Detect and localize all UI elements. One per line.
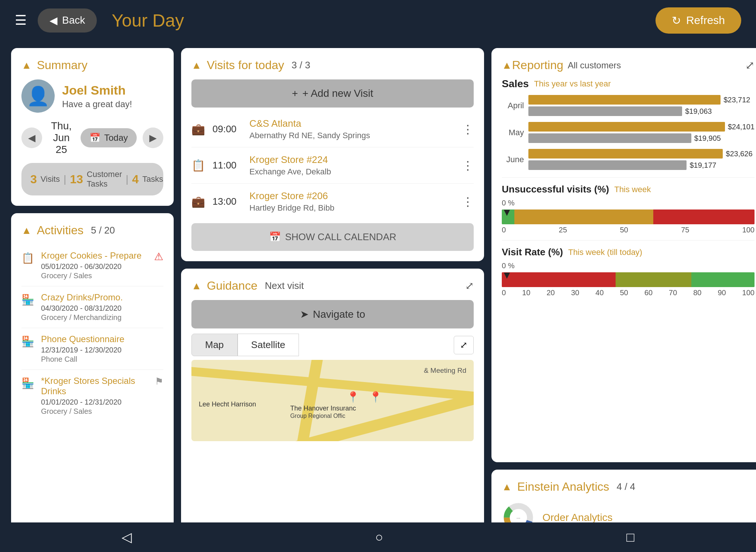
home-nav-icon[interactable]: ○	[375, 529, 383, 545]
metric-label: Visit Rate (%)	[502, 246, 563, 258]
activity-details: *Kroger Stores Specials Drinks 01/01/202…	[41, 376, 148, 416]
metric-period: This week (till today)	[568, 248, 643, 257]
next-date-button[interactable]: ▶	[143, 127, 163, 148]
bar-row-june: June $23,626 $19,177	[502, 149, 755, 170]
analytics-name[interactable]: Order Analytics	[542, 512, 613, 524]
metric-period: This week	[614, 185, 651, 194]
tasks-count: 4	[132, 173, 139, 186]
visit-info: Kroger Store #224 Exchange Ave, Dekalb	[249, 154, 454, 177]
activity-category: Grocery / Sales	[41, 272, 142, 280]
gauge-pct: 0 %	[502, 199, 755, 207]
summary-card: ▲ Summary 👤 Joel Smith Have a great day!…	[11, 48, 174, 206]
bar-value: $19,063	[685, 107, 712, 116]
previous-bar	[528, 133, 691, 143]
sales-label: Sales	[502, 78, 529, 90]
back-button[interactable]: ◀ Back	[38, 8, 97, 33]
gauge-pointer: ▼	[502, 269, 512, 281]
visit-menu-icon[interactable]: ⋮	[462, 122, 474, 136]
guidance-subtitle: Next visit	[265, 280, 304, 292]
activities-title: Activities	[37, 224, 84, 237]
activity-date: 01/01/2020 - 12/31/2020	[41, 398, 148, 406]
visit-rate-section: Visit Rate (%) This week (till today) 0 …	[502, 246, 755, 297]
olive-segment	[616, 272, 691, 287]
activities-card: ▲ Activities 5 / 20 📋 Kroger Cookies - P…	[11, 213, 174, 545]
prev-date-button[interactable]: ◀	[21, 127, 42, 148]
bar-row-may: May $24,101 $19,905	[502, 122, 755, 143]
activity-date: 05/01/2020 - 06/30/2020	[41, 262, 142, 271]
visit-type-icon: 💼	[191, 195, 205, 208]
navigate-button[interactable]: ➤ Navigate to	[191, 300, 474, 328]
guidance-expand-button[interactable]: ⤢	[465, 280, 474, 292]
gold-segment	[514, 209, 653, 224]
user-row: 👤 Joel Smith Have a great day!	[21, 79, 163, 113]
activities-count: 5 / 20	[91, 225, 115, 236]
gauge-bar-row: ▼	[502, 272, 755, 287]
activity-category: Grocery / Merchandizing	[41, 313, 123, 322]
list-item[interactable]: 🏪 Crazy Drinks/Promo. 04/30/2020 - 08/31…	[21, 286, 163, 328]
recents-nav-icon[interactable]: □	[626, 529, 634, 545]
map-label-3: The Hanover Insuranc	[290, 405, 356, 412]
list-item[interactable]: 📋 11:00 Kroger Store #224 Exchange Ave, …	[191, 147, 474, 184]
visit-type-icon: 💼	[191, 123, 205, 136]
current-bar	[528, 122, 725, 132]
visit-info: Kroger Store #206 Hartley Bridge Rd, Bib…	[249, 190, 454, 213]
top-bar: ☰ ◀ Back Your Day ↻ Refresh	[0, 0, 756, 41]
list-item[interactable]: 🏪 *Kroger Stores Specials Drinks 01/01/2…	[21, 370, 163, 422]
bar-group: $23,626 $19,177	[528, 149, 755, 170]
show-calendar-button[interactable]: 📅 SHOW CALL CALENDAR	[191, 223, 474, 251]
map-tab-button[interactable]: Map	[191, 334, 238, 356]
red-segment	[653, 209, 755, 224]
activity-type-icon: 🏪	[21, 377, 34, 389]
menu-icon[interactable]: ☰	[15, 13, 27, 28]
reporting-title: Reporting	[512, 58, 563, 72]
activity-name: *Kroger Stores Specials Drinks	[41, 376, 148, 396]
reporting-subtitle: All customers	[568, 60, 621, 71]
visits-collapse-icon[interactable]: ▲	[191, 59, 202, 71]
visits-stat: 3 Visits	[30, 173, 60, 186]
metric-header: Unsuccessful visits (%) This week	[502, 184, 755, 195]
visits-header: ▲ Visits for today 3 / 3	[191, 58, 474, 72]
fullscreen-map-button[interactable]: ⤢	[454, 336, 474, 354]
bottom-nav: ◁ ○ □	[0, 522, 756, 552]
reporting-expand-button[interactable]: ⤢	[745, 59, 755, 72]
metric-header: Visit Rate (%) This week (till today)	[502, 246, 755, 258]
activities-collapse-icon[interactable]: ▲	[21, 225, 32, 236]
collapse-icon[interactable]: ▲	[21, 59, 32, 71]
map-label-1: & Meeting Rd	[424, 367, 466, 375]
refresh-button[interactable]: ↻ Refresh	[655, 7, 741, 34]
reporting-card: ▲ Reporting All customers ⤢ Sales This y…	[491, 48, 756, 462]
bar-label: May	[502, 128, 524, 137]
gauge-axis: 0 25 50 75 100	[502, 226, 755, 234]
einstein-header: ▲ Einstein Analytics 4 / 4	[502, 480, 755, 494]
stat-divider-2: |	[126, 173, 128, 185]
activity-type-icon: 🏪	[21, 294, 34, 306]
previous-bar	[528, 106, 682, 116]
list-item[interactable]: 📋 Kroger Cookies - Prepare 05/01/2020 - …	[21, 245, 163, 286]
activity-details: Phone Questionnaire 12/31/2019 - 12/30/2…	[41, 334, 125, 364]
reporting-collapse-icon[interactable]: ▲	[502, 59, 512, 71]
einstein-collapse-icon[interactable]: ▲	[502, 481, 512, 493]
guidance-collapse-icon[interactable]: ▲	[191, 280, 202, 292]
add-visit-button[interactable]: + + Add new Visit	[191, 79, 474, 108]
back-nav-icon[interactable]: ◁	[122, 529, 132, 545]
visit-name: Kroger Store #206	[249, 190, 454, 202]
list-item[interactable]: 💼 13:00 Kroger Store #206 Hartley Bridge…	[191, 184, 474, 219]
visit-menu-icon[interactable]: ⋮	[462, 195, 474, 209]
visit-menu-icon[interactable]: ⋮	[462, 159, 474, 173]
bar-value: $19,905	[694, 134, 721, 143]
guidance-header: ▲ Guidance Next visit ⤢	[191, 279, 474, 293]
activity-name: Kroger Cookies - Prepare	[41, 251, 142, 261]
list-item[interactable]: 💼 09:00 C&S Atlanta Abernathy Rd NE, San…	[191, 111, 474, 147]
visits-title: Visits for today	[207, 58, 284, 72]
list-item[interactable]: 🏪 Phone Questionnaire 12/31/2019 - 12/30…	[21, 328, 163, 370]
tasks-label: Tasks	[142, 174, 163, 184]
today-button[interactable]: 📅 Today	[81, 128, 137, 147]
visit-time: 13:00	[212, 196, 242, 207]
satellite-tab-button[interactable]: Satellite	[238, 334, 299, 356]
activity-details: Kroger Cookies - Prepare 05/01/2020 - 06…	[41, 251, 142, 280]
gauge-bar-row: ▼	[502, 209, 755, 224]
activity-category: Grocery / Sales	[41, 407, 148, 416]
sales-section: Sales This year vs last year April $23,7…	[502, 78, 755, 170]
map-area[interactable]: & Meeting Rd Lee Hecht Harrison The Hano…	[191, 360, 474, 441]
gauge-pointer: ▼	[502, 207, 512, 218]
